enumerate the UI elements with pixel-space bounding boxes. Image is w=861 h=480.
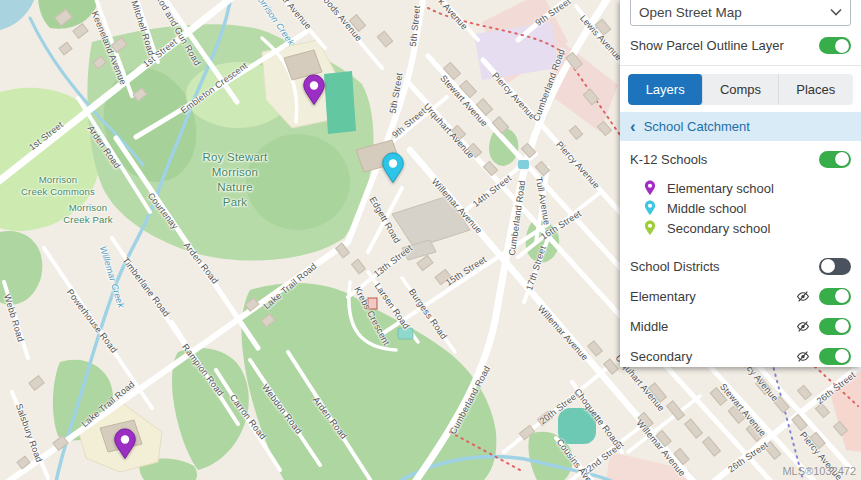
mls-watermark: MLS®1032472: [782, 465, 856, 477]
k12-schools-toggle[interactable]: [819, 151, 851, 168]
chevron-left-icon: ‹: [630, 118, 636, 135]
parcel-outline-label: Show Parcel Outline Layer: [630, 38, 819, 53]
middle-layer-toggle[interactable]: [819, 318, 851, 335]
elementary-layer-label: Elementary: [630, 289, 796, 304]
secondary-pin-icon: [644, 220, 656, 236]
school-districts-toggle[interactable]: [819, 258, 851, 275]
elementary-layer-toggle[interactable]: [819, 288, 851, 305]
school-districts-row: School Districts: [620, 251, 861, 281]
layers-panel: Open Street Map Show Parcel Outline Laye…: [620, 0, 861, 367]
legend-item-secondary: Secondary school: [620, 218, 861, 238]
tab-comps[interactable]: Comps: [703, 74, 778, 105]
parcel-outline-toggle[interactable]: [819, 37, 851, 54]
legend-label: Middle school: [667, 201, 747, 216]
eye-slash-icon[interactable]: [796, 350, 810, 363]
middle-layer-row: Middle: [620, 311, 861, 341]
basemap-select-value: Open Street Map: [639, 5, 830, 20]
secondary-layer-row: Secondary: [620, 341, 861, 371]
k12-schools-row: K-12 Schools: [620, 144, 861, 174]
school-legend: Elementary school Middle school Secondar…: [620, 178, 861, 238]
divider: [620, 65, 861, 66]
eye-slash-icon[interactable]: [796, 290, 810, 303]
school-catchment-title: School Catchment: [644, 119, 750, 134]
parcel-outline-row: Show Parcel Outline Layer: [620, 30, 861, 61]
panel-tabs: Layers Comps Places: [628, 74, 853, 105]
legend-item-middle: Middle school: [620, 198, 861, 218]
eye-slash-icon[interactable]: [796, 320, 810, 333]
basemap-select[interactable]: Open Street Map: [630, 0, 851, 26]
middle-layer-label: Middle: [630, 319, 796, 334]
tab-places[interactable]: Places: [779, 74, 853, 105]
chevron-down-icon: [830, 8, 842, 16]
map-application: Roy Stewart Morrison Nature ParkMorrison…: [0, 0, 861, 480]
elementary-layer-row: Elementary: [620, 281, 861, 311]
school-districts-label: School Districts: [630, 259, 819, 274]
elementary-pin-icon: [644, 180, 656, 196]
k12-schools-label: K-12 Schools: [630, 152, 819, 167]
legend-label: Secondary school: [667, 221, 770, 236]
legend-item-elementary: Elementary school: [620, 178, 861, 198]
legend-label: Elementary school: [667, 181, 774, 196]
tab-layers[interactable]: Layers: [628, 74, 703, 105]
school-catchment-header[interactable]: ‹ School Catchment: [620, 112, 861, 141]
middle-pin-icon: [644, 200, 656, 216]
secondary-layer-label: Secondary: [630, 349, 796, 364]
secondary-layer-toggle[interactable]: [819, 348, 851, 365]
